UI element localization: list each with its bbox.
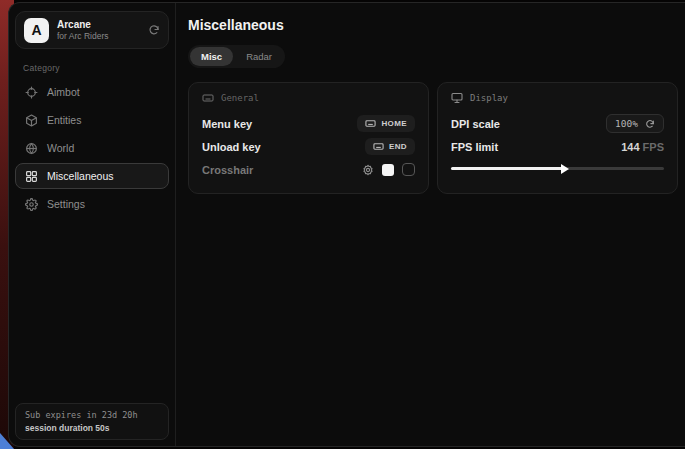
- dpi-scale-row: DPI scale 100%: [451, 112, 664, 135]
- sidebar-item-settings[interactable]: Settings: [15, 191, 169, 217]
- menu-key-label: Menu key: [202, 118, 252, 130]
- refresh-icon[interactable]: [645, 119, 655, 129]
- sidebar-item-label: World: [47, 142, 74, 154]
- fps-limit-slider[interactable]: [451, 162, 664, 174]
- fps-number: 144: [621, 141, 639, 153]
- menu-key-row: Menu key HOME: [202, 112, 415, 135]
- page-title: Miscellaneous: [188, 17, 678, 33]
- fps-limit-value: 144 FPS: [621, 141, 664, 153]
- keyboard-icon: [373, 141, 384, 152]
- unload-key-label: Unload key: [202, 141, 261, 153]
- fps-limit-row: FPS limit 144 FPS: [451, 135, 664, 158]
- unload-key-button[interactable]: END: [365, 138, 415, 155]
- brand-card: A Arcane for Arc Riders: [15, 11, 169, 49]
- refresh-icon[interactable]: [148, 24, 160, 36]
- subscription-info-card: Sub expires in 23d 20h session duration …: [15, 403, 169, 440]
- general-panel-title: General: [221, 93, 259, 103]
- sidebar-item-entities[interactable]: Entities: [15, 107, 169, 133]
- general-panel-header: General: [202, 92, 415, 104]
- brand-text: Arcane for Arc Riders: [57, 19, 140, 41]
- tab-bar: Misc Radar: [188, 45, 285, 68]
- display-panel-title: Display: [470, 93, 508, 103]
- menu-key-button[interactable]: HOME: [357, 115, 415, 132]
- crosshair-label: Crosshair: [202, 164, 253, 176]
- slider-thumb[interactable]: [561, 164, 569, 174]
- gear-icon: [25, 198, 38, 211]
- slider-fill: [451, 167, 564, 170]
- app-name: Arcane: [57, 19, 140, 30]
- crosshair-checkbox[interactable]: [402, 163, 415, 176]
- panels-row: General Menu key HOME Unload key: [188, 82, 678, 194]
- tab-misc[interactable]: Misc: [190, 47, 233, 66]
- keyboard-icon: [202, 92, 214, 104]
- display-panel-header: Display: [451, 92, 664, 104]
- app-logo: A: [24, 18, 49, 43]
- unload-key-row: Unload key END: [202, 135, 415, 158]
- sidebar-item-aimbot[interactable]: Aimbot: [15, 79, 169, 105]
- app-subtitle: for Arc Riders: [57, 31, 140, 41]
- sidebar-item-label: Miscellaneous: [47, 170, 114, 182]
- globe-icon: [25, 142, 38, 155]
- sidebar-item-label: Aimbot: [47, 86, 80, 98]
- main-content: Miscellaneous Misc Radar General Menu ke…: [176, 3, 685, 446]
- menu-key-value: HOME: [381, 119, 407, 128]
- fps-limit-label: FPS limit: [451, 141, 498, 153]
- crosshair-settings-gear-icon[interactable]: [362, 164, 374, 176]
- sidebar-item-world[interactable]: World: [15, 135, 169, 161]
- crosshair-controls: [362, 163, 415, 176]
- display-panel: Display DPI scale 100% FPS limit: [437, 82, 678, 194]
- dpi-scale-value: 100%: [615, 118, 638, 129]
- cube-icon: [25, 114, 38, 127]
- app-window: A Arcane for Arc Riders Category Aimbot: [8, 2, 685, 447]
- sidebar: A Arcane for Arc Riders Category Aimbot: [9, 3, 176, 446]
- category-label: Category: [23, 63, 169, 73]
- keyboard-icon: [365, 118, 376, 129]
- sub-expiry-text: Sub expires in 23d 20h: [25, 410, 159, 420]
- general-panel: General Menu key HOME Unload key: [188, 82, 429, 194]
- crosshair-row: Crosshair: [202, 158, 415, 181]
- session-duration-text: session duration 50s: [25, 423, 159, 433]
- crosshair-color-swatch[interactable]: [382, 164, 394, 176]
- fps-unit: FPS: [643, 141, 664, 153]
- tab-radar[interactable]: Radar: [235, 47, 283, 66]
- grid-icon: [25, 170, 38, 183]
- sidebar-item-miscellaneous[interactable]: Miscellaneous: [15, 163, 169, 189]
- unload-key-value: END: [389, 142, 407, 151]
- monitor-icon: [451, 92, 463, 104]
- dpi-scale-label: DPI scale: [451, 118, 500, 130]
- sidebar-item-label: Settings: [47, 198, 85, 210]
- dpi-scale-control[interactable]: 100%: [606, 114, 664, 133]
- sidebar-item-label: Entities: [47, 114, 81, 126]
- crosshair-icon: [25, 86, 38, 99]
